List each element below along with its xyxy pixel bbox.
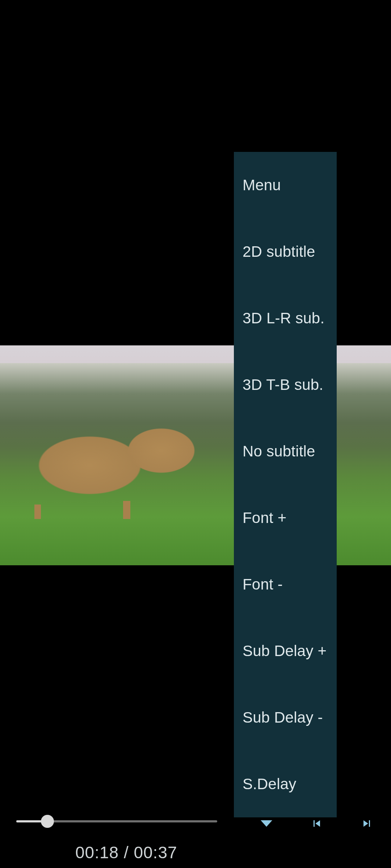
menu-item-no-subtitle[interactable]: No subtitle <box>234 418 337 485</box>
menu-item-sub-delay-plus[interactable]: Sub Delay + <box>234 618 337 684</box>
dropdown-caret-icon[interactable] <box>259 816 274 831</box>
next-track-button[interactable] <box>359 816 374 831</box>
menu-item-menu[interactable]: Menu <box>234 152 337 218</box>
menu-item-3d-lr-sub[interactable]: 3D L-R sub. <box>234 285 337 352</box>
previous-track-button[interactable] <box>309 816 324 831</box>
playback-controls: 00:18 / 00:37 <box>0 807 391 868</box>
playback-time: 00:18 / 00:37 <box>75 843 177 862</box>
menu-item-font-plus[interactable]: Font + <box>234 485 337 551</box>
skip-previous-icon <box>310 817 323 830</box>
seek-bar-thumb[interactable] <box>41 815 54 828</box>
menu-item-3d-tb-sub[interactable]: 3D T-B sub. <box>234 352 337 418</box>
subtitle-menu-popup: Menu 2D subtitle 3D L-R sub. 3D T-B sub.… <box>234 152 337 817</box>
seek-bar[interactable] <box>16 820 217 822</box>
menu-item-font-minus[interactable]: Font - <box>234 551 337 618</box>
menu-item-sub-delay-minus[interactable]: Sub Delay - <box>234 684 337 751</box>
skip-next-icon <box>360 817 373 830</box>
menu-item-2d-subtitle[interactable]: 2D subtitle <box>234 218 337 285</box>
chevron-down-icon <box>261 820 272 827</box>
